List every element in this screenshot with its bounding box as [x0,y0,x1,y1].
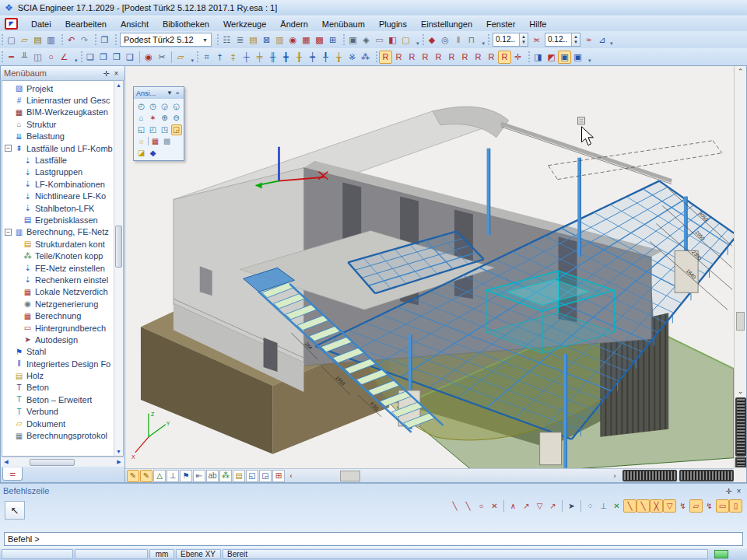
scroll-up-icon[interactable]: ▲ [116,81,121,89]
menu-einstellungen[interactable]: Einstellungen [414,18,479,30]
add-node-icon[interactable]: † [213,51,226,64]
tree-item-nichtlineare-lf-ko[interactable]: ⇣Nichtlineare LF-Ko [2,191,114,202]
close-icon[interactable]: × [111,69,121,78]
new-plate-icon[interactable]: ◫ [31,51,44,64]
menu-bibliotheken[interactable]: Bibliotheken [156,18,216,30]
menubaum-tab[interactable]: ⚌ [2,467,23,481]
status-green-indicator[interactable] [714,550,728,558]
zoom-all-icon[interactable]: ◲ [171,124,182,135]
tree-item-ergebnisklassen[interactable]: ▤Ergebnisklassen [2,214,114,226]
results-3d-icon[interactable]: R [405,51,419,64]
close-icon[interactable]: × [734,487,744,495]
circle-tool-icon[interactable]: ○ [475,499,488,513]
tree-item-lf-kombinationen[interactable]: ⇣LF-Kombinationen [2,178,114,190]
menu-ändern[interactable]: Ändern [273,18,314,30]
tree-item-lastfaelle[interactable]: ⇣Lastfälle [2,154,114,166]
extend-tool-icon[interactable]: ╂ [293,51,306,64]
results-contact-icon[interactable]: R [458,51,472,64]
default-view-icon[interactable]: ⌂ [136,113,147,124]
tree-vertical-scrollbar[interactable]: ▲ ▼ [114,81,123,456]
tree-item-teile-knoten-koppeln[interactable]: ⁂Teile/Knoten kopp [2,250,114,261]
rendering-icon[interactable]: ◆ [148,148,159,159]
bm-toolbar-icon[interactable]: ☷ [220,33,233,47]
scroll-left-icon[interactable]: ‹ [286,472,296,480]
overflow-icon[interactable]: ▾ [416,40,419,48]
scroll-right-icon[interactable]: ▶ [114,459,124,465]
text-scale-icon[interactable]: ab [206,470,219,482]
paste-properties-icon[interactable]: ❐ [97,51,110,64]
snap-perpendicular-icon[interactable]: ▽ [663,499,676,513]
chevron-down-icon[interactable]: ▼ [202,37,208,43]
light-icon[interactable]: ☼ [136,136,147,147]
menu-werkzeuge[interactable]: Werkzeuge [216,18,273,30]
status-units[interactable]: mm [149,549,174,559]
paste-add-icon[interactable]: ❑ [124,51,137,64]
vector-tool-icon[interactable]: ↗ [520,499,533,513]
document-icon[interactable]: ▢ [399,33,412,47]
menu-plugins[interactable]: Plugins [372,18,414,30]
scale-tool-icon[interactable]: ╫ [266,51,279,64]
menu-ansicht[interactable]: Ansicht [114,18,156,30]
snap-midpoint-icon[interactable]: ╲ [637,499,650,513]
pin-icon[interactable]: ✛ [724,487,734,495]
rotate-tool-icon[interactable]: ╪ [253,51,266,64]
results-integration-icon[interactable]: R [472,51,485,64]
tree-item-rechenkern-einstellen[interactable]: ⇣Rechenkern einstel [2,274,114,285]
results-stress-icon[interactable]: R [445,51,458,64]
table-view-icon[interactable]: ⊞ [326,33,339,47]
load-scale-icon[interactable]: ≍ [530,33,543,47]
snap-node-icon[interactable]: ↯ [676,499,689,513]
results-section-icon[interactable]: R [485,51,498,64]
display-parameters-icon[interactable]: ◨ [531,51,545,64]
zoom-selection-icon[interactable]: ◳ [160,124,170,135]
plane-tool-icon[interactable]: ▽ [533,499,546,513]
snap-polygon-icon[interactable]: ▱ [689,499,703,513]
tree-item-belastung[interactable]: ⇊Belastung [2,131,114,142]
close-icon[interactable]: × [174,89,181,96]
mirror-tool-icon[interactable]: ┼ [240,51,253,64]
tree-item-beton-erweitert[interactable]: TBeton – Erweitert [2,394,114,405]
redo-icon[interactable]: ↷ [78,33,91,47]
clip-box-icon[interactable]: ◪ [136,148,147,159]
collapse-box-icon[interactable]: − [5,229,12,236]
hidden-lines-icon[interactable]: ⊓ [465,33,479,47]
array-tool-icon[interactable]: ※ [345,51,359,64]
paperspace-icon[interactable]: ▩ [313,33,326,47]
view-axo-icon[interactable]: ◵ [171,101,182,112]
project-manager-icon[interactable]: ❐ [98,33,111,47]
clipboard-view-icon[interactable]: ▥ [273,33,286,47]
results-deformation-icon[interactable]: R [432,51,445,64]
new-beam-icon[interactable]: ━ [5,51,18,64]
tree-item-lastfaelle-und-lf-komb[interactable]: −⇟Lastfälle und LF-Komb [2,142,114,154]
tree-item-verbund[interactable]: TVerbund [2,406,114,418]
scrollbar-thumb[interactable] [736,312,745,331]
cursor-select-icon[interactable]: ➤ [565,499,578,513]
zoom-previous-icon[interactable]: ◱ [136,124,147,135]
results-1d-icon[interactable]: R [379,51,392,64]
tree-item-berechnung-fe-netz[interactable]: −▥Berechnung, FE-Netz [2,226,114,238]
preview-icon[interactable]: ◎ [439,33,452,47]
command-input[interactable]: Befehl > [4,532,743,546]
status-plane[interactable]: Ebene XY [176,549,221,559]
layers-icon[interactable]: ≣ [233,33,247,47]
polyline-tool-icon[interactable]: ∧ [507,499,520,513]
dimension-style-icon[interactable]: ⇤ [193,470,205,482]
grid-window-icon[interactable]: ⊞ [272,470,285,482]
save-icon[interactable]: ▥ [44,33,58,47]
view-point-icon[interactable]: ✶ [148,113,159,124]
snap-box-icon[interactable]: ▯ [729,499,742,513]
tree-item-berechnungsprotokoll[interactable]: ▦Berechnungsprotokol [2,429,114,441]
coordinate-info-icon[interactable]: ⊠ [260,33,273,47]
deform-scale-spinner[interactable]: 0.12.. ▲▼ [545,33,580,47]
snap-intersection-icon[interactable]: ╳ [650,499,663,513]
display-labels-icon[interactable]: ◩ [545,51,558,64]
collapse-box-icon[interactable]: − [5,145,12,152]
menu-datei[interactable]: Datei [24,18,58,30]
tree-item-lastgruppen[interactable]: ⇣Lastgruppen [2,166,114,178]
scrollbar-thumb[interactable] [115,226,122,268]
rotate-roller-y[interactable] [679,470,734,481]
label-display-icon[interactable]: ⚑ [180,470,192,482]
copy-properties-icon[interactable]: ❏ [84,51,97,64]
tree-item-fe-netz-einstellen[interactable]: ⇣FE-Netz einstellen [2,262,114,274]
snap-endpoint-icon[interactable]: ╲ [623,499,637,513]
